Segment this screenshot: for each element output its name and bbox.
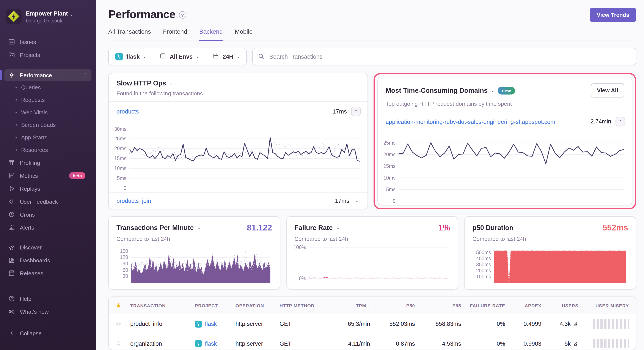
col-p50[interactable]: P50 [370, 303, 415, 308]
active-accent-bar [0, 70, 2, 80]
profiling-icon [8, 159, 15, 166]
environment-icon [160, 53, 166, 61]
calendar-icon [213, 53, 219, 61]
col-p95[interactable]: P95 [415, 303, 461, 308]
domain-link[interactable]: application-monitoring-ruby-dot-sales-en… [386, 119, 555, 125]
date-range-dropdown[interactable]: 24H⌄ [206, 48, 246, 65]
user-misery-bars [593, 319, 629, 329]
col-http-method[interactable]: HTTP METHOD [280, 303, 330, 308]
star-outline-icon[interactable]: ☆ [116, 340, 130, 347]
chevron-down-icon: ⌄ [237, 54, 240, 59]
star-outline-icon[interactable]: ☆ [116, 320, 130, 328]
operation-cell: http.server [236, 340, 280, 347]
bullet-icon [16, 149, 17, 151]
sidebar-item-resources[interactable]: Resources [0, 144, 96, 156]
sidebar-item-metrics[interactable]: Metrics beta [0, 169, 96, 182]
sidebar-item-performance[interactable]: Performance ⌃ [4, 69, 92, 81]
sidebar-item-dashboards[interactable]: Dashboards [0, 254, 96, 267]
sidebar-item-crons[interactable]: Crons [0, 208, 96, 221]
bullet-icon [16, 137, 17, 138]
col-failure-rate[interactable]: FAILURE RATE [461, 303, 505, 308]
panel-title[interactable]: Transactions Per Minute [116, 224, 194, 232]
stats-row: Transactions Per Minute ⌄ 81.122 Compare… [108, 216, 636, 289]
sidebar-item-label: Replays [20, 185, 40, 192]
metrics-chart-icon [8, 172, 15, 179]
org-switcher[interactable]: Empower Plant⌄ George Gritsouk [0, 6, 96, 27]
page-filter-group: flask⌄ All Envs⌄ 24H⌄ [108, 48, 247, 65]
expand-chevron-down-button[interactable]: ⌄ [354, 199, 360, 203]
sidebar-nav: Issues Projects Performance ⌃ Queries Re… [0, 35, 96, 340]
sidebar-item-label: Collapse [20, 330, 42, 336]
panel-subtitle: Compared to last 24h [472, 236, 628, 242]
project-cell[interactable]: flask [195, 320, 236, 327]
tab-all-transactions[interactable]: All Transactions [108, 28, 151, 41]
sidebar-item-web-vitals[interactable]: Web Vitals [0, 106, 96, 119]
products-link[interactable]: products [116, 108, 139, 115]
col-project[interactable]: PROJECT [195, 303, 236, 308]
search-input[interactable] [252, 48, 636, 65]
tab-backend[interactable]: Backend [199, 28, 223, 41]
col-users[interactable]: USERS [541, 303, 578, 308]
col-tpm-sorted[interactable]: TPM ↓ [330, 303, 370, 308]
col-apdex[interactable]: APDEX [505, 303, 541, 308]
panel-title[interactable]: p50 Duration [472, 224, 513, 232]
sidebar-item-profiling[interactable]: Profiling [0, 156, 96, 169]
panel-subtitle: Top outgoing HTTP request domains by tim… [386, 101, 624, 107]
tab-frontend[interactable]: Frontend [163, 28, 187, 41]
col-transaction[interactable]: TRANSACTION [130, 303, 195, 308]
failure-rate-cell: 0% [461, 340, 505, 347]
transaction-link[interactable]: product_info [130, 321, 195, 327]
bullet-icon [16, 124, 17, 126]
dashboards-grid-icon [8, 257, 15, 264]
sidebar-item-alerts[interactable]: Alerts [0, 221, 96, 234]
view-trends-button[interactable]: View Trends [590, 8, 636, 22]
performance-lightning-icon [8, 71, 15, 79]
p50-duration-chart: 500ms400ms300ms200ms100ms [472, 247, 626, 283]
widget-row: Slow HTTP Ops ⌄ Found in the following t… [108, 73, 636, 209]
col-operation[interactable]: OPERATION [236, 303, 280, 308]
bullet-icon [16, 87, 17, 88]
environment-filter-dropdown[interactable]: All Envs⌄ [153, 48, 206, 65]
sidebar-item-projects[interactable]: Projects [0, 48, 96, 61]
sidebar-item-queries[interactable]: Queries [0, 81, 96, 94]
failure-rate-value: 1% [438, 223, 450, 233]
sidebar-item-user-feedback[interactable]: User Feedback [0, 195, 96, 208]
sidebar-item-discover[interactable]: Discover [0, 241, 96, 254]
view-all-button[interactable]: View All [591, 83, 624, 98]
sidebar-item-whats-new[interactable]: What's new [0, 305, 96, 318]
transaction-link[interactable]: organization [130, 340, 195, 347]
sidebar-collapse-button[interactable]: Collapse [0, 327, 96, 340]
sidebar-item-help[interactable]: Help [0, 292, 96, 305]
tpm-cell: 4.11/min [330, 340, 370, 347]
transaction-row-products: products 17ms ⌃ [109, 101, 368, 121]
duration-value: 17ms [335, 198, 349, 204]
chevron-down-icon: ⌄ [491, 88, 494, 93]
issues-icon [8, 38, 15, 46]
user-icon [573, 321, 578, 327]
collapse-chevron-up-button[interactable]: ⌃ [351, 107, 360, 116]
sidebar-item-requests[interactable]: Requests [0, 94, 96, 106]
help-icon [8, 295, 15, 302]
sidebar-item-issues[interactable]: Issues [0, 35, 96, 48]
telescope-icon [8, 244, 15, 251]
star-filled-icon[interactable]: ★ [116, 301, 130, 309]
panel-title[interactable]: Failure Rate [294, 224, 332, 232]
chevron-down-icon: ⌄ [517, 226, 520, 230]
tab-mobile[interactable]: Mobile [235, 28, 253, 41]
collapse-chevron-up-button[interactable]: ⌃ [616, 117, 625, 126]
table-header-row: ★ TRANSACTION PROJECT OPERATION HTTP MET… [109, 297, 636, 314]
project-filter-dropdown[interactable]: flask⌄ [109, 48, 153, 65]
sidebar-item-releases[interactable]: Releases [0, 267, 96, 280]
products-join-link[interactable]: products_join [116, 198, 151, 204]
help-question-icon[interactable]: ? [179, 11, 186, 19]
panel-title[interactable]: Most Time-Consuming Domains [386, 87, 488, 94]
sidebar-item-screen-loads[interactable]: Screen Loads [0, 119, 96, 131]
col-user-misery[interactable]: USER MISERY [578, 303, 629, 308]
panel-title[interactable]: Slow HTTP Ops [116, 79, 166, 87]
operation-cell: http.server [236, 321, 280, 327]
chevron-left-icon [8, 329, 15, 337]
sidebar-item-replays[interactable]: Replays [0, 182, 96, 195]
sidebar-item-app-starts[interactable]: App Starts [0, 131, 96, 144]
project-cell[interactable]: flask [195, 340, 236, 347]
chevron-down-icon: ⌄ [143, 54, 146, 59]
